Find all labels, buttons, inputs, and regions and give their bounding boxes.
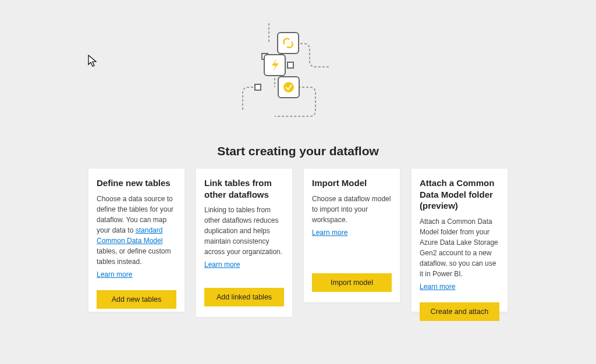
svg-rect-0 bbox=[278, 33, 299, 53]
cursor-icon bbox=[87, 54, 99, 70]
learn-more-link[interactable]: Learn more bbox=[420, 283, 455, 291]
dataflow-illustration bbox=[240, 17, 356, 122]
card-title: Link tables from other dataflows bbox=[204, 177, 284, 200]
desc-suffix: tables, or define custom tables instead. bbox=[97, 247, 171, 266]
page-title: Start creating your dataflow bbox=[0, 144, 596, 158]
add-new-tables-button[interactable]: Add new tables bbox=[97, 290, 176, 309]
learn-more-link[interactable]: Learn more bbox=[312, 229, 347, 237]
import-model-button[interactable]: Import model bbox=[312, 273, 392, 292]
card-attach-cdm-folder: Attach a Common Data Model folder (previ… bbox=[411, 169, 508, 312]
learn-more-link[interactable]: Learn more bbox=[204, 260, 240, 269]
card-title: Attach a Common Data Model folder (previ… bbox=[420, 177, 499, 212]
svg-rect-3 bbox=[288, 62, 293, 68]
card-description: Choose a data source to define the table… bbox=[97, 194, 176, 267]
card-define-new-tables: Define new tables Choose a data source t… bbox=[88, 169, 185, 312]
svg-rect-6 bbox=[255, 84, 261, 90]
svg-point-5 bbox=[283, 82, 294, 92]
card-link-tables: Link tables from other dataflows Linking… bbox=[196, 169, 292, 317]
cards-container: Define new tables Choose a data source t… bbox=[88, 169, 508, 317]
learn-more-link[interactable]: Learn more bbox=[97, 270, 132, 279]
create-and-attach-button[interactable]: Create and attach bbox=[420, 302, 499, 321]
card-description: Attach a Common Data Model folder from y… bbox=[420, 216, 499, 279]
card-import-model: Import Model Choose a dataflow model to … bbox=[304, 169, 400, 302]
add-linked-tables-button[interactable]: Add linked tables bbox=[204, 288, 284, 306]
card-description: Choose a dataflow model to import into y… bbox=[312, 194, 392, 225]
card-title: Define new tables bbox=[97, 177, 176, 189]
card-title: Import Model bbox=[312, 177, 392, 189]
card-description: Linking to tables from other dataflows r… bbox=[204, 205, 284, 257]
